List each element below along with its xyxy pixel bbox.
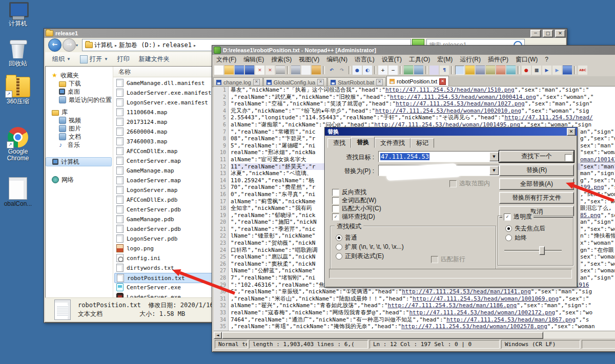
- menu-搜索(S)[interactable]: 搜索(S): [271, 55, 292, 64]
- file-monitor-icon[interactable]: [506, 66, 516, 75]
- sync-horizontal-icon[interactable]: [414, 66, 423, 75]
- file-row-GameManage.dll.manifest[interactable]: GameManage.dll.manifest: [114, 78, 212, 88]
- menu-窗口(W)[interactable]: 窗口(W): [516, 55, 538, 64]
- replace-dialog-title-bar[interactable]: 替换 ✕: [325, 127, 577, 136]
- cut-icon[interactable]: [291, 66, 300, 75]
- menu-语言(L)[interactable]: 语言(L): [355, 55, 375, 64]
- sidebar-item-音乐[interactable]: ♪音乐: [46, 141, 112, 149]
- sync-vertical-icon[interactable]: [404, 66, 413, 75]
- dialog-tab-替换[interactable]: 替换: [351, 137, 375, 148]
- sidebar-item-下载[interactable]: 下载: [46, 79, 112, 88]
- zoom-out-icon[interactable]: −: [388, 66, 398, 75]
- file-row-CenterServer.map[interactable]: CenterServer.map: [114, 156, 212, 165]
- explorer-title-bar[interactable]: release1 ─ □ ✕: [44, 29, 567, 38]
- transparency-checkbox[interactable]: ✓透明度: [502, 212, 534, 221]
- maximize-button[interactable]: □: [543, 30, 553, 37]
- menu-编码(N)[interactable]: 编码(N): [326, 55, 347, 64]
- tab-GlobalConfig.lua[interactable]: GlobalConfig.lua✕: [263, 77, 327, 87]
- open-folder-icon[interactable]: [224, 66, 234, 75]
- toolbar-组织[interactable]: 组织▼: [52, 55, 71, 63]
- close-file-icon[interactable]: ✕: [255, 66, 264, 75]
- desktop-icon-chrome[interactable]: ↗Google Chrome: [2, 127, 34, 162]
- find-icon[interactable]: ●: [353, 66, 362, 75]
- new-file-icon[interactable]: [214, 66, 223, 75]
- paste-icon[interactable]: [312, 66, 321, 75]
- print-icon[interactable]: [276, 66, 285, 75]
- desktop-icon-recycle-bin[interactable]: 回收站: [2, 39, 34, 67]
- file-row-logo.png[interactable]: logo.png: [114, 244, 212, 253]
- save-icon[interactable]: [235, 66, 244, 75]
- tab-close-icon[interactable]: ✕: [376, 79, 383, 85]
- dialog-close-icon[interactable]: ✕: [567, 128, 576, 136]
- radio-扩展 (\n, \r, \t, \0, \x...)[interactable]: 扩展 (\n, \r, \t, \0, \x...): [336, 243, 404, 251]
- find-what-combobox[interactable]: 47.111.254.53 ▼: [378, 151, 500, 162]
- menu-视图(V)[interactable]: 视图(V): [299, 55, 319, 64]
- undo-icon[interactable]: ↶: [327, 66, 336, 75]
- button-全部替换(A)[interactable]: 全部替换(A): [499, 178, 574, 190]
- breadcrumb-item[interactable]: 新加卷 (D:): [119, 41, 156, 50]
- spell-check-icon[interactable]: ABC: [578, 66, 587, 75]
- horizontal-scrollbar[interactable]: ◄: [214, 331, 615, 338]
- file-row-11100604.map[interactable]: 11100604.map: [114, 108, 212, 117]
- tab-close-icon[interactable]: ✕: [317, 79, 324, 85]
- word-wrap-icon[interactable]: [429, 66, 439, 75]
- macro-stop-icon[interactable]: ■: [532, 66, 541, 75]
- file-row-LogonServer.pdb[interactable]: LogonServer.pdb: [114, 234, 212, 243]
- sidebar-item-图片[interactable]: 图片: [46, 124, 112, 133]
- save-all-icon[interactable]: [245, 66, 254, 75]
- menu-工具(O)[interactable]: 工具(O): [409, 55, 430, 64]
- scrollbar-thumb[interactable]: [222, 332, 543, 339]
- file-row-37460003.map[interactable]: 37460003.map: [114, 137, 212, 146]
- menu-文件(F)[interactable]: 文件(F): [216, 55, 236, 64]
- file-row-LoaderServer.pdb[interactable]: LoaderServer.pdb: [114, 224, 212, 233]
- desktop-icon-computer[interactable]: 计算机: [2, 2, 34, 27]
- breadcrumb-item[interactable]: 计算机: [94, 41, 113, 50]
- file-row-robotPosition.txt[interactable]: robotPosition.txt: [114, 273, 213, 283]
- radio-普通[interactable]: 普通: [336, 233, 357, 242]
- zoom-in-icon[interactable]: +: [378, 66, 387, 75]
- document-switcher-icon[interactable]: [486, 66, 495, 75]
- match-newline-checkbox[interactable]: 匹配新行: [431, 255, 465, 264]
- desktop-icon-globalcon[interactable]: obalCon...: [2, 177, 34, 207]
- tab-robotPosition.txt[interactable]: robotPosition.txt✕: [386, 76, 449, 87]
- desktop-icon-360zip[interactable]: ↗360压缩: [2, 77, 34, 105]
- transparency-slider[interactable]: [504, 250, 562, 251]
- radio-失去焦点后[interactable]: 失去焦点后: [505, 224, 545, 233]
- file-row-CenterServer.exe[interactable]: CenterServer.exe: [114, 283, 212, 292]
- chevron-down-icon[interactable]: ▼: [489, 152, 499, 161]
- chevron-down-icon[interactable]: ▼: [489, 166, 499, 175]
- radio-正则表达式(E)[interactable]: 正则表达式(E): [336, 252, 384, 261]
- file-row-26600004.map[interactable]: 26600004.map: [114, 127, 212, 136]
- menu-编辑(E)[interactable]: 编辑(E): [243, 55, 264, 64]
- checkbox-全词匹配(W)[interactable]: 全词匹配(W): [332, 196, 376, 205]
- replace-icon[interactable]: ◐: [363, 66, 372, 75]
- menu-插件(P)[interactable]: 插件(P): [488, 55, 508, 64]
- file-row-config.ini[interactable]: config.ini: [114, 253, 212, 263]
- toolbar-打开[interactable]: 打开▼: [80, 55, 108, 63]
- tab-StartRobot.bat[interactable]: StartRobot.bat✕: [327, 77, 386, 87]
- sidebar-item-计算机[interactable]: 计算机: [46, 157, 112, 166]
- slider-thumb[interactable]: [539, 246, 545, 255]
- back-button[interactable]: ←: [48, 38, 61, 52]
- tab-close-icon[interactable]: ✕: [439, 78, 446, 85]
- checkbox-循环查找(D)[interactable]: ✓循环查找(D): [332, 212, 375, 221]
- menu-运行(R)[interactable]: 运行(R): [460, 55, 481, 64]
- file-row-20173124.map[interactable]: 20173124.map: [114, 117, 212, 126]
- dialog-tab-标记[interactable]: 标记: [411, 138, 434, 148]
- button-查找下一个[interactable]: 查找下一个: [499, 151, 574, 162]
- checkbox-反向查找[interactable]: 反向查找: [332, 188, 366, 197]
- button-替换(R)[interactable]: 替换(R): [499, 164, 574, 176]
- file-row-LoaderServer.map[interactable]: LoaderServer.map: [114, 176, 212, 185]
- file-row-AFCComDllEx.pdb[interactable]: AFCComDllEx.pdb: [114, 195, 212, 204]
- file-row-LogonServer.map[interactable]: LogonServer.map: [114, 185, 212, 195]
- macro-run-multiple-icon[interactable]: ▶: [552, 66, 562, 75]
- tab-close-icon[interactable]: ✕: [253, 79, 260, 85]
- nav-history-chevron-icon[interactable]: ▾: [76, 43, 78, 48]
- indent-guide-icon[interactable]: [455, 66, 464, 75]
- sidebar-item-收藏夹[interactable]: ★收藏夹: [46, 71, 112, 79]
- toolbar-新建文件夹[interactable]: 新建文件夹: [139, 55, 170, 63]
- file-row-CenterServer.pdb[interactable]: CenterServer.pdb: [114, 205, 212, 214]
- show-all-characters-icon[interactable]: ¶: [440, 66, 449, 75]
- file-row-LoaderServer.exe.manifest[interactable]: LoaderServer.exe.manifest: [114, 88, 212, 97]
- button-替换所有打开文件[interactable]: 替换所有打开文件: [499, 192, 574, 204]
